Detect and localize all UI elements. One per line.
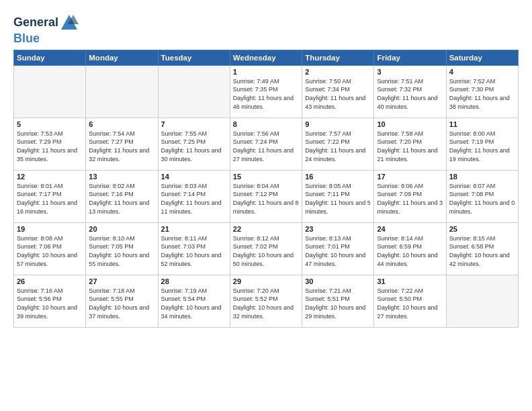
day-number: 24 xyxy=(377,225,443,233)
logo-blue: Blue xyxy=(13,32,40,46)
day-info: Sunrise: 7:50 AMSunset: 7:34 PMDaylight:… xyxy=(305,77,371,111)
calendar-cell xyxy=(14,65,86,118)
calendar-cell: 7Sunrise: 7:55 AMSunset: 7:25 PMDaylight… xyxy=(158,118,230,170)
day-info: Sunrise: 8:07 AMSunset: 7:08 PMDaylight:… xyxy=(449,182,515,216)
day-number: 9 xyxy=(305,120,371,128)
weekday-header-sunday: Sunday xyxy=(14,50,86,65)
day-info: Sunrise: 8:08 AMSunset: 7:06 PMDaylight:… xyxy=(17,234,83,268)
weekday-header-row: SundayMondayTuesdayWednesdayThursdayFrid… xyxy=(14,50,519,65)
day-number: 1 xyxy=(233,68,299,76)
day-info: Sunrise: 7:53 AMSunset: 7:29 PMDaylight:… xyxy=(17,130,83,163)
weekday-header-friday: Friday xyxy=(374,50,446,65)
logo-general: General xyxy=(13,16,58,30)
day-number: 21 xyxy=(161,225,227,233)
calendar-cell xyxy=(446,275,518,327)
day-info: Sunrise: 7:21 AMSunset: 5:51 PMDaylight:… xyxy=(305,287,371,320)
day-info: Sunrise: 8:02 AMSunset: 7:16 PMDaylight:… xyxy=(89,182,154,216)
calendar-cell: 27Sunrise: 7:18 AMSunset: 5:55 PMDayligh… xyxy=(86,275,158,327)
day-number: 16 xyxy=(305,173,371,181)
day-number: 29 xyxy=(233,277,299,285)
day-info: Sunrise: 7:22 AMSunset: 5:50 PMDaylight:… xyxy=(377,287,443,320)
calendar-cell: 5Sunrise: 7:53 AMSunset: 7:29 PMDaylight… xyxy=(14,118,86,170)
day-info: Sunrise: 8:05 AMSunset: 7:11 PMDaylight:… xyxy=(305,182,371,216)
day-info: Sunrise: 8:01 AMSunset: 7:17 PMDaylight:… xyxy=(17,182,83,216)
day-number: 20 xyxy=(89,225,154,233)
calendar: SundayMondayTuesdayWednesdayThursdayFrid… xyxy=(13,50,519,328)
calendar-cell: 9Sunrise: 7:57 AMSunset: 7:22 PMDaylight… xyxy=(302,118,374,170)
calendar-cell: 26Sunrise: 7:16 AMSunset: 5:56 PMDayligh… xyxy=(14,275,86,327)
day-info: Sunrise: 8:15 AMSunset: 6:58 PMDaylight:… xyxy=(449,234,515,268)
calendar-cell: 24Sunrise: 8:14 AMSunset: 6:59 PMDayligh… xyxy=(374,222,446,275)
calendar-cell: 29Sunrise: 7:20 AMSunset: 5:52 PMDayligh… xyxy=(230,275,302,327)
calendar-cell: 4Sunrise: 7:52 AMSunset: 7:30 PMDaylight… xyxy=(446,65,518,118)
day-info: Sunrise: 7:58 AMSunset: 7:20 PMDaylight:… xyxy=(377,130,443,163)
weekday-header-saturday: Saturday xyxy=(446,50,518,65)
day-number: 13 xyxy=(89,173,154,181)
weekday-header-tuesday: Tuesday xyxy=(158,50,230,65)
day-number: 28 xyxy=(161,277,227,285)
weekday-header-monday: Monday xyxy=(86,50,158,65)
day-number: 7 xyxy=(161,120,227,128)
day-number: 18 xyxy=(449,173,515,181)
calendar-cell: 25Sunrise: 8:15 AMSunset: 6:58 PMDayligh… xyxy=(446,222,518,275)
day-number: 12 xyxy=(17,173,83,181)
week-row-4: 19Sunrise: 8:08 AMSunset: 7:06 PMDayligh… xyxy=(14,222,519,275)
calendar-cell: 18Sunrise: 8:07 AMSunset: 7:08 PMDayligh… xyxy=(446,170,518,222)
day-info: Sunrise: 7:56 AMSunset: 7:24 PMDaylight:… xyxy=(233,130,299,163)
calendar-cell: 20Sunrise: 8:10 AMSunset: 7:05 PMDayligh… xyxy=(86,222,158,275)
week-row-5: 26Sunrise: 7:16 AMSunset: 5:56 PMDayligh… xyxy=(14,275,519,327)
weekday-header-thursday: Thursday xyxy=(302,50,374,65)
calendar-cell: 15Sunrise: 8:04 AMSunset: 7:12 PMDayligh… xyxy=(230,170,302,222)
day-info: Sunrise: 7:16 AMSunset: 5:56 PMDaylight:… xyxy=(17,287,83,320)
calendar-cell: 17Sunrise: 8:06 AMSunset: 7:09 PMDayligh… xyxy=(374,170,446,222)
page-container: General Blue SundayMondayTuesdayWednesda… xyxy=(0,0,532,334)
day-number: 31 xyxy=(377,277,443,285)
day-info: Sunrise: 7:54 AMSunset: 7:27 PMDaylight:… xyxy=(89,130,154,163)
weekday-header-wednesday: Wednesday xyxy=(230,50,302,65)
day-number: 19 xyxy=(17,225,83,233)
day-number: 15 xyxy=(233,173,299,181)
day-number: 14 xyxy=(161,173,227,181)
day-info: Sunrise: 8:11 AMSunset: 7:03 PMDaylight:… xyxy=(161,234,227,268)
day-info: Sunrise: 8:03 AMSunset: 7:14 PMDaylight:… xyxy=(161,182,227,216)
calendar-cell: 22Sunrise: 8:12 AMSunset: 7:02 PMDayligh… xyxy=(230,222,302,275)
calendar-cell: 8Sunrise: 7:56 AMSunset: 7:24 PMDaylight… xyxy=(230,118,302,170)
calendar-cell: 3Sunrise: 7:51 AMSunset: 7:32 PMDaylight… xyxy=(374,65,446,118)
day-info: Sunrise: 7:20 AMSunset: 5:52 PMDaylight:… xyxy=(233,287,299,320)
day-number: 3 xyxy=(377,68,443,76)
calendar-cell xyxy=(158,65,230,118)
day-number: 30 xyxy=(305,277,371,285)
day-number: 17 xyxy=(377,173,443,181)
day-info: Sunrise: 7:57 AMSunset: 7:22 PMDaylight:… xyxy=(305,130,371,163)
day-info: Sunrise: 8:14 AMSunset: 6:59 PMDaylight:… xyxy=(377,234,443,268)
day-number: 27 xyxy=(89,277,154,285)
week-row-1: 1Sunrise: 7:49 AMSunset: 7:35 PMDaylight… xyxy=(14,65,519,118)
calendar-cell: 11Sunrise: 8:00 AMSunset: 7:19 PMDayligh… xyxy=(446,118,518,170)
day-number: 10 xyxy=(377,120,443,128)
day-number: 8 xyxy=(233,120,299,128)
calendar-cell: 31Sunrise: 7:22 AMSunset: 5:50 PMDayligh… xyxy=(374,275,446,327)
calendar-cell: 13Sunrise: 8:02 AMSunset: 7:16 PMDayligh… xyxy=(86,170,158,222)
week-row-2: 5Sunrise: 7:53 AMSunset: 7:29 PMDaylight… xyxy=(14,118,519,170)
logo: General Blue xyxy=(13,13,79,46)
calendar-cell: 2Sunrise: 7:50 AMSunset: 7:34 PMDaylight… xyxy=(302,65,374,118)
logo-icon xyxy=(60,13,79,32)
day-info: Sunrise: 7:51 AMSunset: 7:32 PMDaylight:… xyxy=(377,77,443,111)
day-info: Sunrise: 8:06 AMSunset: 7:09 PMDaylight:… xyxy=(377,182,443,216)
day-info: Sunrise: 8:12 AMSunset: 7:02 PMDaylight:… xyxy=(233,234,299,268)
calendar-cell: 12Sunrise: 8:01 AMSunset: 7:17 PMDayligh… xyxy=(14,170,86,222)
day-number: 2 xyxy=(305,68,371,76)
day-info: Sunrise: 7:52 AMSunset: 7:30 PMDaylight:… xyxy=(449,77,515,111)
calendar-cell: 10Sunrise: 7:58 AMSunset: 7:20 PMDayligh… xyxy=(374,118,446,170)
day-info: Sunrise: 8:00 AMSunset: 7:19 PMDaylight:… xyxy=(449,130,515,163)
day-info: Sunrise: 8:10 AMSunset: 7:05 PMDaylight:… xyxy=(89,234,154,268)
day-number: 26 xyxy=(17,277,83,285)
calendar-cell: 23Sunrise: 8:13 AMSunset: 7:01 PMDayligh… xyxy=(302,222,374,275)
day-info: Sunrise: 7:55 AMSunset: 7:25 PMDaylight:… xyxy=(161,130,227,163)
calendar-cell xyxy=(86,65,158,118)
day-number: 4 xyxy=(449,68,515,76)
day-info: Sunrise: 7:18 AMSunset: 5:55 PMDaylight:… xyxy=(89,287,154,320)
day-number: 23 xyxy=(305,225,371,233)
calendar-cell: 19Sunrise: 8:08 AMSunset: 7:06 PMDayligh… xyxy=(14,222,86,275)
calendar-cell: 1Sunrise: 7:49 AMSunset: 7:35 PMDaylight… xyxy=(230,65,302,118)
